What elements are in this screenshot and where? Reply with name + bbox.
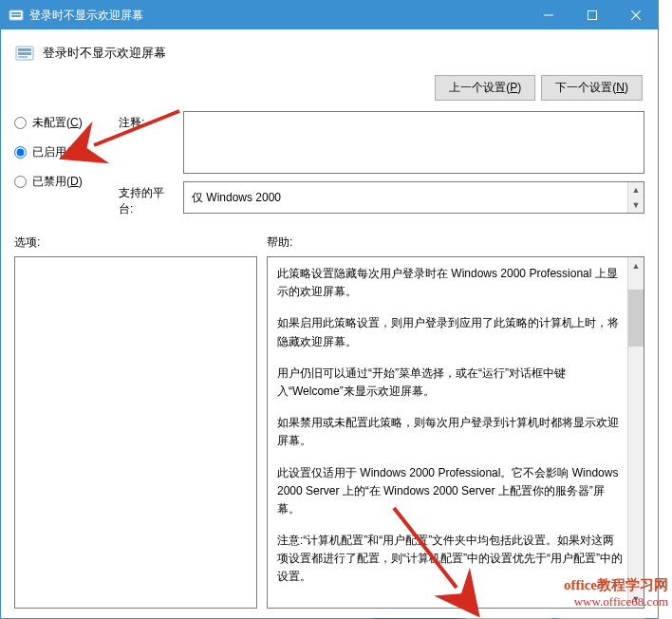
platform-label: 支持的平台: bbox=[119, 181, 176, 217]
help-paragraph: 如果禁用或未配置此策略，则每次用户登录到计算机时都将显示欢迎屏幕。 bbox=[277, 414, 623, 450]
help-paragraph: 注意:“计算机配置”和“用户配置”文件夹中均包括此设置。如果对这两项设置都进行了… bbox=[277, 532, 623, 587]
radio-not-configured[interactable]: 未配置(C) bbox=[14, 115, 109, 131]
help-paragraph: 用户仍旧可以通过“开始”菜单选择，或在“运行”对话框中键入“Welcome”来显… bbox=[277, 365, 623, 401]
close-button[interactable] bbox=[614, 1, 658, 29]
scroll-down-icon[interactable]: ▼ bbox=[628, 591, 644, 608]
nav-buttons: 上一个设置(P) 下一个设置(N) bbox=[435, 75, 643, 101]
scroll-thumb[interactable] bbox=[628, 290, 644, 347]
policy-title: 登录时不显示欢迎屏幕 bbox=[43, 45, 166, 62]
help-paragraph: 此设置仅适用于 Windows 2000 Professional。它不会影响 … bbox=[277, 464, 623, 519]
svg-rect-10 bbox=[18, 56, 28, 58]
platform-scrollbar[interactable]: ▲ ▼ bbox=[627, 182, 644, 213]
window-controls bbox=[527, 1, 658, 29]
titlebar-title: 登录时不显示欢迎屏幕 bbox=[29, 8, 527, 24]
options-pane bbox=[14, 256, 257, 609]
radio-disabled-input[interactable] bbox=[14, 176, 27, 188]
previous-setting-button[interactable]: 上一个设置(P) bbox=[435, 75, 535, 101]
help-pane: 此策略设置隐藏每次用户登录时在 Windows 2000 Professiona… bbox=[267, 256, 644, 609]
svg-rect-2 bbox=[11, 15, 21, 17]
svg-rect-9 bbox=[18, 52, 31, 55]
radio-enabled-input[interactable] bbox=[14, 146, 27, 159]
options-label: 选项: bbox=[14, 234, 257, 251]
scroll-down-icon[interactable]: ▼ bbox=[628, 197, 644, 213]
gpedit-dialog: 登录时不显示欢迎屏幕 bbox=[0, 0, 659, 619]
supported-platform-box: 仅 Windows 2000 ▲ ▼ bbox=[183, 181, 644, 214]
svg-rect-8 bbox=[18, 48, 31, 51]
dialog-footer: 确定 取消 应用(A) bbox=[14, 609, 644, 619]
radio-disabled[interactable]: 已禁用(D) bbox=[14, 174, 109, 190]
help-text: 此策略设置隐藏每次用户登录时在 Windows 2000 Professiona… bbox=[277, 265, 623, 587]
dialog-content: 登录时不显示欢迎屏幕 上一个设置(P) 下一个设置(N) 未配置(C) 已启用(… bbox=[1, 29, 658, 619]
help-scrollbar[interactable]: ▲ ▼ bbox=[627, 257, 644, 608]
next-setting-button[interactable]: 下一个设置(N) bbox=[541, 75, 643, 101]
comment-textarea[interactable] bbox=[183, 111, 644, 174]
maximize-button[interactable] bbox=[570, 1, 614, 29]
radio-not-configured-input[interactable] bbox=[14, 117, 27, 129]
svg-rect-1 bbox=[11, 12, 21, 14]
policy-icon bbox=[14, 43, 35, 64]
policy-icon bbox=[9, 8, 24, 23]
help-paragraph: 此策略设置隐藏每次用户登录时在 Windows 2000 Professiona… bbox=[277, 265, 623, 301]
scroll-up-icon[interactable]: ▲ bbox=[628, 182, 644, 197]
svg-rect-4 bbox=[588, 11, 597, 20]
minimize-button[interactable] bbox=[527, 1, 570, 29]
header: 登录时不显示欢迎屏幕 bbox=[14, 43, 644, 64]
state-radios: 未配置(C) 已启用(E) 已禁用(D) bbox=[14, 111, 109, 217]
scroll-up-icon[interactable]: ▲ bbox=[628, 257, 644, 273]
help-paragraph: 如果启用此策略设置，则用户登录到应用了此策略的计算机上时，将隐藏欢迎屏幕。 bbox=[277, 314, 623, 350]
radio-enabled[interactable]: 已启用(E) bbox=[14, 144, 109, 160]
supported-platform-value: 仅 Windows 2000 bbox=[192, 190, 281, 206]
titlebar[interactable]: 登录时不显示欢迎屏幕 bbox=[1, 1, 658, 29]
help-label: 帮助: bbox=[267, 234, 292, 251]
comment-label: 注释: bbox=[119, 111, 176, 174]
